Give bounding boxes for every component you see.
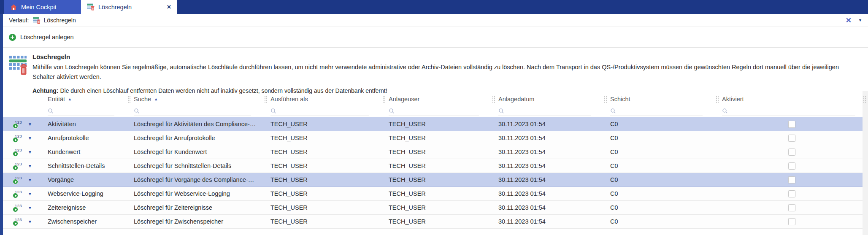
tab-mein-cockpit[interactable]: Mein Cockpit: [4, 0, 81, 14]
history-item-label: Löschregeln: [43, 17, 76, 24]
close-panel-icon[interactable]: ✕: [846, 17, 852, 24]
column-header-anlagedatum[interactable]: Anlagedatum: [492, 91, 603, 117]
column-header-anlageuser[interactable]: Anlageuser: [382, 91, 492, 117]
cell-anlageuser: TECH_USER: [382, 176, 492, 183]
cell-entitaet: Zeitereignisse: [41, 204, 127, 211]
cell-anlageuser: TECH_USER: [382, 135, 492, 141]
table-row[interactable]: 123 ▼ Zeitereignisse Löschregel für Zeit…: [3, 201, 868, 215]
cell-suche: Löschregel für Zwischenspeicher: [127, 218, 264, 225]
column-header-aktiviert[interactable]: Aktiviert: [715, 91, 868, 117]
row-menu-chevron-down-icon[interactable]: ▼: [28, 205, 32, 210]
cell-ausfuehren-als: TECH_USER: [264, 204, 382, 211]
plus-icon: [9, 34, 16, 41]
table-header: Entität▲ Suche▲ Ausführen als: [3, 91, 868, 117]
table-row[interactable]: 123 ▼ Zwischenspeicher Löschregel für Zw…: [3, 215, 868, 229]
play-icon: [13, 179, 18, 184]
delete-rules-table-icon: [33, 17, 41, 24]
cell-schicht: C0: [603, 149, 715, 155]
run-rule-icon[interactable]: 123: [12, 217, 22, 226]
play-icon: [13, 221, 18, 226]
cell-schicht: C0: [603, 204, 715, 211]
filter-input-entitaet[interactable]: [56, 108, 114, 114]
tab-close-icon[interactable]: ✕: [167, 4, 171, 10]
header-gutter: [3, 91, 41, 117]
row-menu-chevron-down-icon[interactable]: ▼: [28, 122, 32, 127]
cell-anlagedatum: 30.11.2023 01:54: [492, 204, 603, 211]
row-menu-chevron-down-icon[interactable]: ▼: [28, 150, 32, 154]
activated-checkbox[interactable]: [788, 190, 795, 197]
cell-anlagedatum: 30.11.2023 01:54: [492, 190, 603, 197]
filter-suche[interactable]: [134, 106, 251, 116]
table-row[interactable]: 123 ▼ Anrufprotokolle Löschregel für Anr…: [3, 131, 868, 145]
tab-bar: Mein Cockpit Löschregeln ✕: [0, 0, 868, 14]
run-rule-icon[interactable]: 123: [12, 133, 22, 143]
table-row[interactable]: 123 ▼ Schnittstellen-Details Löschregel …: [3, 159, 868, 173]
activated-checkbox[interactable]: [788, 176, 795, 184]
filter-anlagedatum[interactable]: [498, 106, 591, 116]
row-menu-chevron-down-icon[interactable]: ▼: [28, 178, 32, 182]
delete-rules-table: Entität▲ Suche▲ Ausführen als: [3, 91, 868, 229]
run-rule-icon[interactable]: 123: [12, 119, 22, 129]
row-actions: 123 ▼: [3, 133, 41, 143]
play-icon: [13, 123, 18, 129]
vertical-scrollbar[interactable]: [863, 91, 868, 235]
column-header-schicht[interactable]: Schicht: [603, 91, 715, 117]
run-rule-icon[interactable]: 123: [12, 161, 22, 170]
cell-anlageuser: TECH_USER: [382, 121, 492, 127]
filter-input-aktiviert[interactable]: [730, 108, 855, 114]
run-rule-icon[interactable]: 123: [12, 203, 22, 212]
filter-input-schicht[interactable]: [619, 108, 703, 114]
row-menu-chevron-down-icon[interactable]: ▼: [28, 164, 32, 168]
cell-anlagedatum: 30.11.2023 01:54: [492, 176, 603, 183]
cell-suche: Löschregel für Anrufprotokolle: [127, 135, 264, 141]
run-rule-icon[interactable]: 123: [12, 189, 22, 198]
activated-checkbox[interactable]: [788, 162, 795, 170]
filter-input-anlageuser[interactable]: [397, 108, 479, 114]
table-row[interactable]: 123 ▼ Kundenwert Löschregel für Kundenwe…: [3, 145, 868, 159]
cell-suche: Löschregel für Kundenwert: [127, 149, 264, 155]
filter-ausfuehren-als[interactable]: [270, 106, 369, 116]
table-row[interactable]: 123 ▼ Webservice-Logging Löschregel für …: [3, 187, 868, 201]
cell-schicht: C0: [603, 121, 715, 127]
activated-checkbox[interactable]: [788, 135, 795, 142]
create-delete-rule-button[interactable]: Löschregel anlegen: [9, 34, 74, 41]
row-menu-chevron-down-icon[interactable]: ▼: [28, 192, 32, 196]
page-content: Verlauf: Löschregeln ✕ ▼ Löschregel: [3, 14, 868, 235]
tab-loeschregeln[interactable]: Löschregeln ✕: [81, 0, 177, 14]
play-icon: [13, 151, 18, 157]
info-panel: Löschregeln Mithilfe von Löschregeln kön…: [3, 48, 868, 88]
run-rule-icon[interactable]: 123: [12, 175, 22, 184]
chevron-down-icon[interactable]: ▼: [858, 18, 862, 22]
column-header-ausfuehren-als[interactable]: Ausführen als: [264, 91, 382, 117]
row-menu-chevron-down-icon[interactable]: ▼: [28, 219, 32, 224]
filter-anlageuser[interactable]: [389, 106, 479, 116]
activated-checkbox[interactable]: [788, 121, 795, 128]
filter-input-suche[interactable]: [142, 108, 251, 114]
table-row[interactable]: 123 ▼ Aktivitäten Löschregel für Aktivit…: [3, 117, 868, 131]
window-left-border: [0, 14, 3, 235]
activated-checkbox[interactable]: [788, 149, 795, 156]
row-menu-chevron-down-icon[interactable]: ▼: [28, 136, 32, 140]
column-label: Aktiviert: [722, 96, 744, 103]
cell-aktiviert: [715, 162, 868, 170]
cell-ausfuehren-als: TECH_USER: [264, 135, 382, 141]
cell-anlageuser: TECH_USER: [382, 204, 492, 211]
filter-input-ausfuehren-als[interactable]: [279, 108, 369, 114]
activated-checkbox[interactable]: [788, 204, 795, 211]
column-header-suche[interactable]: Suche▲: [127, 91, 264, 117]
filter-schicht[interactable]: [610, 106, 703, 116]
table-row[interactable]: 123 ▼ Vorgänge Löschregel für Vorgänge d…: [3, 173, 868, 187]
history-item-loeschregeln[interactable]: Löschregeln: [33, 17, 76, 24]
cell-entitaet: Anrufprotokolle: [41, 135, 127, 141]
info-description: Mithilfe von Löschregeln können Sie rege…: [32, 62, 862, 81]
cell-anlagedatum: 30.11.2023 01:54: [492, 218, 603, 225]
activated-checkbox[interactable]: [788, 218, 795, 225]
filter-entitaet[interactable]: [48, 106, 114, 116]
column-header-entitaet[interactable]: Entität▲: [41, 91, 127, 117]
search-icon: [270, 108, 276, 114]
column-label: Suche: [134, 96, 151, 103]
filter-input-anlagedatum[interactable]: [507, 108, 591, 114]
filter-aktiviert[interactable]: [722, 106, 855, 116]
cell-entitaet: Webservice-Logging: [41, 190, 127, 197]
run-rule-icon[interactable]: 123: [12, 147, 22, 157]
